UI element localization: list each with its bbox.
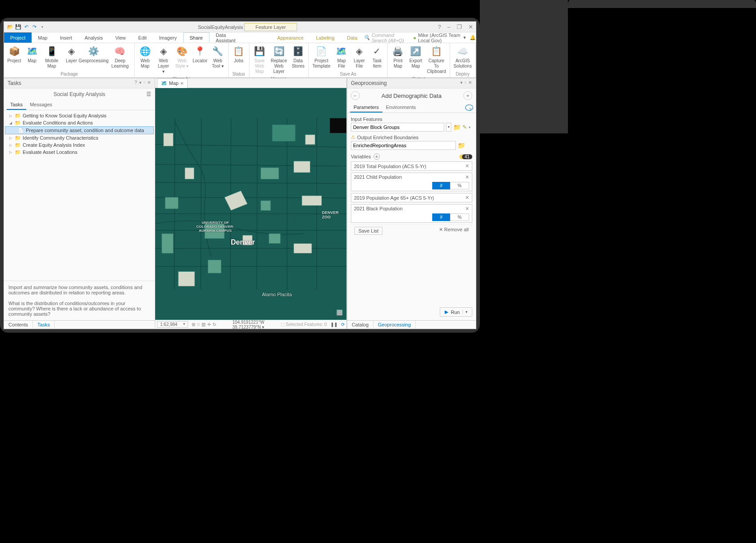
tasks-tab-messages[interactable]: Messages xyxy=(26,100,56,110)
tab-map[interactable]: Map xyxy=(32,32,53,43)
qat-dropdown-icon[interactable]: ▾ xyxy=(39,24,46,31)
data-stores-button[interactable]: 🗄️Data Stores xyxy=(290,44,306,75)
pkg-deep-learning-button[interactable]: 🧠Deep Learning xyxy=(108,44,133,70)
add-variable-button[interactable]: + xyxy=(374,153,380,160)
bottom-tab-catalog[interactable]: Catalog xyxy=(347,321,374,329)
group-label: Save As xyxy=(309,71,387,77)
gp-tab-parameters[interactable]: Parameters xyxy=(350,103,382,113)
variable-item[interactable]: 2021 Child Population✕ #% xyxy=(351,173,472,191)
run-button[interactable]: ▶ Run ▾ xyxy=(440,307,472,317)
remove-all-button[interactable]: ✕ Remove all xyxy=(439,227,469,235)
tab-share[interactable]: Share xyxy=(183,32,209,43)
qat-save-icon[interactable]: 💾 xyxy=(15,24,22,31)
format-toggle[interactable]: #% xyxy=(432,182,469,189)
tree-node[interactable]: ▷📁Create Equity Analysis Index xyxy=(5,141,154,149)
save-list-button[interactable]: Save List xyxy=(354,227,382,235)
add-button[interactable]: + xyxy=(463,91,472,100)
tab-data[interactable]: Data xyxy=(341,32,363,43)
tasks-menu-icon[interactable]: ☰ xyxy=(146,91,151,97)
input-features-field[interactable] xyxy=(351,123,444,132)
close-button[interactable]: ✕ xyxy=(468,24,473,30)
tasks-panel-controls[interactable]: ? ▾ ▫ ✕ xyxy=(135,80,151,86)
tab-data-assistant[interactable]: Data Assistant xyxy=(209,32,243,43)
search-icon: 🔍 xyxy=(364,35,370,40)
bottom-tab-tasks[interactable]: Tasks xyxy=(33,321,55,329)
project-template-button[interactable]: 📄Project Template xyxy=(310,44,332,70)
tab-edit[interactable]: Edit xyxy=(132,32,153,43)
map-file-button[interactable]: 🗺️Map File xyxy=(333,44,350,70)
share-web-layer-button[interactable]: ◈Web Layer ▾ xyxy=(154,44,172,75)
task-icon: ✓ xyxy=(371,45,383,57)
print-map-button[interactable]: 🖨️Print Map xyxy=(390,44,406,75)
warning-icon: ⚠ xyxy=(351,134,355,140)
tree-node[interactable]: ▷📁Evaluate Asset Locations xyxy=(5,149,154,156)
remove-icon[interactable]: ✕ xyxy=(465,174,469,180)
map-canvas[interactable]: Denver DENVER ZOO UNIVERSITY OF COLORADO… xyxy=(155,88,346,320)
back-button[interactable]: ← xyxy=(351,91,360,100)
pkg-layer-button[interactable]: ◈Layer xyxy=(63,44,80,70)
replace-web-layer-button[interactable]: 🔄Replace Web Layer xyxy=(269,44,289,75)
gp-panel-controls[interactable]: ▾ ▫ ✕ xyxy=(460,80,472,86)
share-web-tool-button[interactable]: 🔧Web Tool ▾ xyxy=(209,44,226,75)
browse-icon[interactable]: 📁 xyxy=(453,124,461,131)
tab-insert[interactable]: Insert xyxy=(54,32,79,43)
tab-project[interactable]: Project xyxy=(4,32,32,43)
tree-node[interactable]: ▷📁Getting to Know Social Equity Analysis xyxy=(5,112,154,119)
map-tab[interactable]: 🗺️ Map ✕ xyxy=(157,78,188,88)
edit-icon[interactable]: ✎ xyxy=(462,124,467,130)
tab-analysis[interactable]: Analysis xyxy=(78,32,109,43)
share-web-style-button[interactable]: 🎨Web Style ▾ xyxy=(173,44,191,75)
output-field[interactable] xyxy=(351,141,456,150)
save-web-map-button[interactable]: 💾Save Web Map xyxy=(251,44,268,75)
variable-item[interactable]: 2019 Population Age 65+ (ACS 5-Yr)✕ xyxy=(351,193,472,202)
bottom-tab-contents[interactable]: Contents xyxy=(4,321,33,329)
remove-icon[interactable]: ✕ xyxy=(465,163,469,169)
minimize-button[interactable]: – xyxy=(447,24,450,30)
command-search[interactable]: 🔍Command Search (Alt+Q) xyxy=(364,32,414,43)
browse-icon[interactable]: 📁 xyxy=(458,142,465,149)
share-web-map-button[interactable]: 🌐Web Map xyxy=(137,44,153,75)
basemap-attribution-icon[interactable]: ▦ xyxy=(336,308,343,316)
export-map-button[interactable]: ↗️Export Map xyxy=(407,44,424,75)
help-icon[interactable]: ? xyxy=(465,105,473,111)
tasks-tab-tasks[interactable]: Tasks xyxy=(7,100,26,110)
scale-input[interactable]: 1:62,984▾ xyxy=(157,321,188,328)
gp-tab-environments[interactable]: Environments xyxy=(382,103,419,113)
pkg-project-button[interactable]: 📦Project xyxy=(6,44,23,70)
tab-view[interactable]: View xyxy=(109,32,132,43)
variable-item[interactable]: 2021 Black Population✕ #% xyxy=(351,204,472,223)
remove-icon[interactable]: ✕ xyxy=(465,195,469,201)
qat-undo-icon[interactable]: ↶ xyxy=(23,24,30,31)
tree-node-selected[interactable]: 📄Prepare community asset, condition and … xyxy=(5,126,154,134)
share-locator-button[interactable]: 📍Locator xyxy=(192,44,209,75)
tree-node[interactable]: ▷📁Identify Community Characteristics xyxy=(5,134,154,141)
arcgis-solutions-button[interactable]: ☁️ArcGIS Solutions xyxy=(452,44,474,70)
jobs-button[interactable]: 📋Jobs xyxy=(230,44,247,70)
restore-button[interactable]: ❐ xyxy=(457,24,462,30)
user-menu[interactable]: ●Mike (ArcGIS Team Local Gov) ▾ xyxy=(413,32,470,43)
refresh-icon[interactable]: ⟳ xyxy=(341,322,345,327)
variable-item[interactable]: 2019 Total Population (ACS 5-Yr)✕ xyxy=(351,161,472,171)
pkg-mobile-map-button[interactable]: 📱Mobile Map xyxy=(41,44,62,70)
remove-icon[interactable]: ✕ xyxy=(465,206,469,212)
help-button[interactable]: ? xyxy=(438,24,441,30)
bottom-tab-geoprocessing[interactable]: Geoprocessing xyxy=(374,321,416,329)
capture-clipboard-button[interactable]: 📋Capture To Clipboard xyxy=(425,44,448,75)
ribbon-tabs: Project Map Insert Analysis View Edit Im… xyxy=(4,32,476,43)
tab-labeling[interactable]: Labeling xyxy=(310,32,341,43)
pkg-map-button[interactable]: 🗺️Map xyxy=(24,44,40,70)
layer-file-button[interactable]: ◈Layer File xyxy=(351,44,368,70)
task-item-button[interactable]: ✓Task Item xyxy=(369,44,386,70)
format-toggle[interactable]: #% xyxy=(432,213,469,221)
pkg-geoprocessing-button[interactable]: ⚙️Geoprocessing xyxy=(80,44,106,70)
qat-open-icon[interactable]: 📂 xyxy=(7,24,14,31)
pause-icon[interactable]: ❚❚ xyxy=(330,322,338,327)
tree-node[interactable]: ◢📁Evaluate Conditions and Actions xyxy=(5,119,154,126)
close-tab-icon[interactable]: ✕ xyxy=(180,81,184,86)
notifications-icon[interactable]: 🔔 xyxy=(470,32,476,43)
tab-appearance[interactable]: Appearance xyxy=(271,32,310,43)
status-tools[interactable]: ⊞⁝⁝▥✛↻ xyxy=(192,322,216,327)
dropdown-icon[interactable]: ▾ xyxy=(446,123,451,132)
tab-imagery[interactable]: Imagery xyxy=(153,32,183,43)
qat-redo-icon[interactable]: ↷ xyxy=(31,24,38,31)
